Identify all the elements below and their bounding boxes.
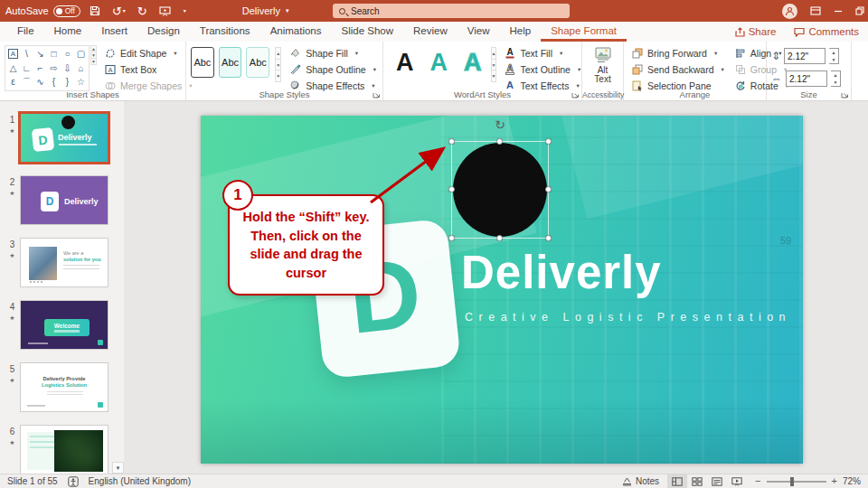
slide-title-text[interactable]: Deliverly <box>461 246 662 299</box>
slide-sorter-view-button[interactable] <box>687 474 707 488</box>
wordart-more-button[interactable]: ▼ <box>491 70 497 82</box>
text-box-button[interactable]: A Text Box <box>103 61 194 77</box>
shape-styles-down-button[interactable]: ▼ <box>275 59 281 71</box>
autosave-toggle[interactable]: AutoSave Off <box>5 5 80 17</box>
account-avatar[interactable] <box>782 4 797 19</box>
shape-curve-icon[interactable]: ∿ <box>33 75 47 89</box>
resize-handle-n[interactable] <box>496 138 503 145</box>
shape-arrow-icon[interactable]: ↘ <box>33 47 47 61</box>
tab-home[interactable]: Home <box>44 22 92 42</box>
shape-elbow-arrow-icon[interactable]: ⌐ <box>33 61 47 76</box>
language-indicator[interactable]: English (United Kingdom) <box>89 476 191 486</box>
restore-button[interactable] <box>855 6 864 15</box>
text-fill-button[interactable]: A Text Fill <box>503 45 582 61</box>
ribbon-display-options-button[interactable] <box>810 6 821 15</box>
wordart-preview-3[interactable]: A <box>464 47 482 78</box>
slide-thumbnail-1[interactable]: D Deliverly <box>20 113 108 163</box>
tab-insert[interactable]: Insert <box>91 22 137 42</box>
shape-style-preview-2[interactable]: Abc <box>219 47 242 78</box>
slide-counter[interactable]: Slide 1 of 55 <box>7 476 58 486</box>
shape-style-preview-3[interactable]: Abc <box>246 47 269 78</box>
shape-arc-icon[interactable]: ⌒ <box>20 75 33 89</box>
resize-handle-s[interactable] <box>496 235 503 241</box>
shape-styles-up-button[interactable]: ▲ <box>275 47 281 60</box>
bring-forward-button[interactable]: Bring Forward <box>630 45 726 61</box>
shape-block-arrow-down-icon[interactable]: ⇩ <box>61 61 74 76</box>
slide-thumbnail-6[interactable] <box>20 425 108 474</box>
zoom-slider[interactable] <box>767 481 826 483</box>
tab-slide-show[interactable]: Slide Show <box>332 22 404 42</box>
resize-handle-e[interactable] <box>545 186 552 192</box>
shape-scribble-icon[interactable]: ε <box>6 75 20 89</box>
redo-button[interactable]: ↻ <box>135 5 150 17</box>
height-stepper[interactable]: ▲▼ <box>829 48 839 64</box>
tab-transitions[interactable]: Transitions <box>190 22 260 42</box>
tab-view[interactable]: View <box>458 22 500 42</box>
wordart-preview-1[interactable]: A <box>396 47 414 78</box>
comments-button[interactable]: Comments <box>785 22 868 42</box>
slide-thumbnail-5[interactable]: Deliverly Provide Logistics Solution <box>20 362 108 412</box>
gallery-more-button[interactable]: ▼ <box>90 58 97 65</box>
search-input[interactable] <box>351 6 563 16</box>
wordart-up-button[interactable]: ▲ <box>491 47 497 60</box>
zoom-in-button[interactable]: + <box>832 476 837 486</box>
tab-design[interactable]: Design <box>137 22 190 42</box>
shape-height-input[interactable]: 2.12" <box>784 48 826 64</box>
notes-button[interactable]: Notes <box>622 476 659 486</box>
slide-thumbnail-3[interactable]: We are a solution for you <box>20 238 108 287</box>
reading-view-button[interactable] <box>707 474 727 488</box>
slide-show-view-button[interactable] <box>727 474 747 488</box>
zoom-slider-thumb[interactable] <box>790 477 794 486</box>
shape-rounded-rectangle-icon[interactable]: ▢ <box>74 47 88 61</box>
thumbnail-scroll-down-button[interactable]: ▼ <box>112 462 124 474</box>
resize-handle-sw[interactable] <box>448 235 455 241</box>
wordart-preview-2[interactable]: A <box>430 47 448 78</box>
normal-view-button[interactable] <box>667 474 687 488</box>
shape-style-preview-1[interactable]: Abc <box>191 47 214 78</box>
search-box[interactable] <box>333 4 570 18</box>
customize-qat-button[interactable]: ▾ <box>180 8 189 14</box>
shape-width-input[interactable]: 2.12" <box>786 70 827 87</box>
tab-animations[interactable]: Animations <box>260 22 332 42</box>
undo-button[interactable]: ↺▾ <box>109 5 128 17</box>
slide-thumbnail-4[interactable]: Welcome <box>20 300 108 350</box>
shape-right-brace-icon[interactable]: } <box>61 75 74 89</box>
minimize-button[interactable] <box>834 6 843 15</box>
share-button[interactable]: Share <box>726 22 786 42</box>
edit-shape-button[interactable]: Edit Shape <box>103 45 194 61</box>
wordart-down-button[interactable]: ▼ <box>491 59 497 71</box>
rotate-handle[interactable]: ↻ <box>495 117 505 132</box>
start-presentation-button[interactable] <box>156 6 174 16</box>
shape-star-icon[interactable]: ☆ <box>74 75 88 89</box>
shape-outline-button[interactable]: Shape Outline <box>288 61 378 77</box>
tab-shape-format[interactable]: Shape Format <box>541 22 627 42</box>
shape-line-icon[interactable]: \ <box>20 47 33 61</box>
document-title[interactable]: Deliverly▾ <box>242 5 289 16</box>
shape-block-arrow-right-icon[interactable]: ⇨ <box>47 61 61 76</box>
shape-textbox-icon[interactable]: A <box>6 47 20 61</box>
width-stepper[interactable]: ▲▼ <box>831 70 841 87</box>
alt-text-button[interactable]: Alt Text <box>590 45 616 86</box>
save-button[interactable] <box>87 5 103 16</box>
shape-oval-icon[interactable]: ○ <box>61 47 74 61</box>
tab-file[interactable]: File <box>7 22 44 42</box>
accessibility-checker-icon[interactable] <box>68 476 79 487</box>
zoom-out-button[interactable]: − <box>755 476 760 486</box>
resize-handle-se[interactable] <box>545 235 552 241</box>
shape-rectangle-icon[interactable]: □ <box>47 47 61 61</box>
shape-left-brace-icon[interactable]: { <box>47 75 61 89</box>
text-outline-button[interactable]: A Text Outline <box>503 61 582 77</box>
send-backward-button[interactable]: Send Backward <box>630 61 726 77</box>
shape-triangle-icon[interactable]: △ <box>6 61 20 76</box>
shape-home-icon[interactable]: ⌂ <box>74 61 88 76</box>
tab-review[interactable]: Review <box>403 22 458 42</box>
zoom-level[interactable]: 72% <box>843 476 861 486</box>
shape-fill-button[interactable]: Shape Fill <box>288 45 378 61</box>
slide-thumbnail-2[interactable]: D Deliverly <box>20 175 108 225</box>
slide-subtitle-text[interactable]: Creative Logistic Presentation <box>465 311 791 324</box>
shape-elbow-icon[interactable]: ∟ <box>20 61 33 76</box>
shape-styles-more-button[interactable]: ▼ <box>275 70 281 82</box>
tab-help[interactable]: Help <box>500 22 542 42</box>
slide-editing-surface[interactable]: 59 D Deliverly Creative Logistic Present… <box>201 116 803 464</box>
resize-handle-ne[interactable] <box>545 138 552 145</box>
